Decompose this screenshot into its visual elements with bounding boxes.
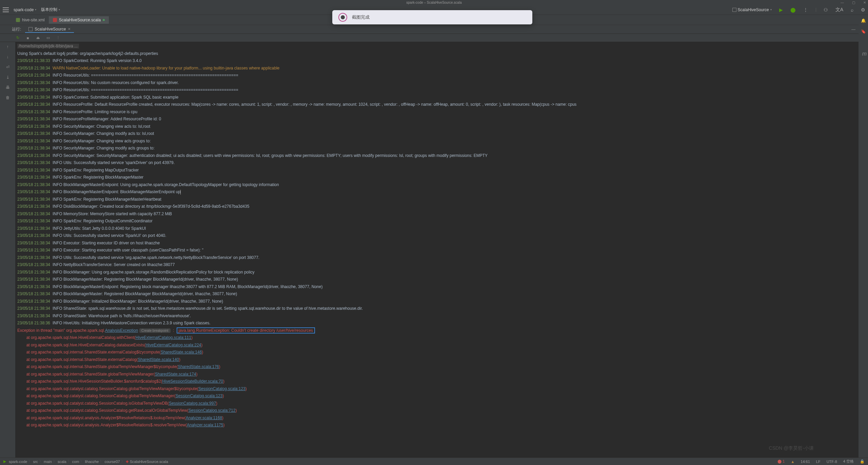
close-icon[interactable]: ✕: [863, 1, 866, 4]
file-tab-hive-site[interactable]: hive-site.xml: [12, 16, 49, 24]
lock-icon[interactable]: 🔒: [860, 459, 865, 464]
maximize-icon[interactable]: ▢: [852, 1, 855, 4]
stop-icon[interactable]: ■: [25, 36, 30, 40]
caret-position[interactable]: 14:61: [801, 460, 810, 464]
toolbar-right: ScalaHiveSource ▾ ▶ ⬤ ⋮ ⚇ 文A ⌕ ⚙: [732, 7, 865, 13]
vcs-selector[interactable]: 版本控制 ▾: [41, 7, 60, 13]
up-arrow-icon[interactable]: ↑: [5, 44, 11, 49]
translate-icon[interactable]: 文A: [835, 7, 843, 13]
title-bar: spark-code – ScalaHiveSource.scala — ▢ ✕: [0, 0, 868, 5]
run-tab-scalahivesource[interactable]: ScalaHiveSource ✕: [25, 26, 74, 33]
toast-icon: [338, 13, 347, 22]
run-tab-icon: [28, 27, 33, 31]
line-separator[interactable]: LF: [816, 460, 821, 464]
minimize-icon[interactable]: —: [841, 1, 844, 4]
search-icon[interactable]: ⌕: [851, 7, 853, 13]
run-gutter: ↑ ↓ ⏎ ⤓ 🖶 🗑: [0, 42, 15, 458]
vcs-label: 版本控制: [41, 7, 57, 13]
gear-icon[interactable]: ⚙: [861, 7, 865, 13]
exit-icon[interactable]: ⏏: [36, 36, 40, 40]
modified-dot-icon: [103, 19, 105, 21]
tab-label: hive-site.xml: [22, 18, 45, 22]
run-config-name: ScalaHiveSource: [738, 7, 769, 12]
run-tool-header: 运行: ScalaHiveSource ✕ — ⋮: [0, 25, 868, 34]
user-icon[interactable]: ⚇: [824, 7, 828, 13]
window-controls: — ▢ ✕: [841, 1, 866, 4]
rerun-icon[interactable]: ↻: [15, 36, 20, 40]
run-config-selector[interactable]: ScalaHiveSource ▾: [732, 7, 772, 12]
console-output[interactable]: /home/lsl/opt/jdk/jdk-8/bin/java ... Usi…: [15, 42, 868, 458]
scala-file-icon: [53, 18, 57, 22]
chevron-down-icon: ▾: [35, 8, 36, 11]
more-icon[interactable]: ⋮: [803, 7, 808, 13]
status-bar: ▶ spark-code 〉 src 〉 main 〉 scala 〉 com …: [0, 458, 868, 465]
minimize-panel-icon[interactable]: —: [851, 27, 855, 32]
run-config-icon: [732, 8, 736, 12]
run-label: 运行:: [12, 26, 21, 32]
project-selector[interactable]: spark-code ▾: [14, 7, 36, 12]
scroll-to-end-icon[interactable]: ⤓: [5, 75, 11, 80]
debug-icon[interactable]: ⬤: [790, 7, 796, 13]
run-controls: ↻ ■ ⏏ ▭ ⋮: [0, 34, 868, 42]
soft-wrap-icon[interactable]: ⏎: [5, 64, 11, 70]
tab-label: ScalaHiveSource.scala: [59, 18, 101, 22]
window-title: spark-code – ScalaHiveSource.scala: [406, 1, 461, 4]
screenshot-toast[interactable]: 截图完成: [332, 10, 532, 24]
run-icon[interactable]: ▶: [779, 7, 783, 13]
project-name: spark-code: [14, 7, 34, 12]
notifications-icon[interactable]: 🔔: [861, 18, 866, 23]
error-indicator[interactable]: ⬤ 1: [777, 459, 785, 464]
close-tab-icon[interactable]: ✕: [68, 27, 71, 31]
watermark-csdn: CSDN @李昊哲-小课: [769, 445, 814, 451]
bookmark-icon[interactable]: 🔖: [861, 29, 866, 34]
right-rail: 🔔 🔖: [859, 15, 868, 458]
chevron-down-icon: ▾: [59, 8, 60, 11]
breadcrumb[interactable]: spark-code 〉 src 〉 main 〉 scala 〉 com 〉 …: [9, 459, 168, 464]
status-right: ⬤ 1 ▲ 14:61 LF UTF-8 4 空格 🔒: [777, 459, 865, 464]
toast-text: 截图完成: [352, 14, 370, 20]
print-icon[interactable]: 🖶: [5, 85, 11, 90]
file-encoding[interactable]: UTF-8: [827, 460, 837, 464]
chevron-down-icon: ▾: [770, 8, 772, 11]
run-status-icon[interactable]: ▶: [3, 459, 6, 464]
more-controls-icon[interactable]: ⋮: [56, 36, 61, 40]
layout-icon[interactable]: ▭: [46, 36, 51, 40]
down-arrow-icon[interactable]: ↓: [5, 54, 11, 60]
file-tab-scalahivesource[interactable]: ScalaHiveSource.scala: [49, 16, 109, 24]
m-rail-icon[interactable]: m: [862, 51, 867, 57]
run-tab-label: ScalaHiveSource: [35, 27, 66, 32]
indent-settings[interactable]: 4 空格: [843, 459, 854, 464]
warning-indicator[interactable]: ▲: [791, 460, 794, 464]
hamburger-icon[interactable]: [3, 7, 9, 12]
trash-icon[interactable]: 🗑: [5, 95, 11, 100]
xml-file-icon: [16, 18, 20, 22]
